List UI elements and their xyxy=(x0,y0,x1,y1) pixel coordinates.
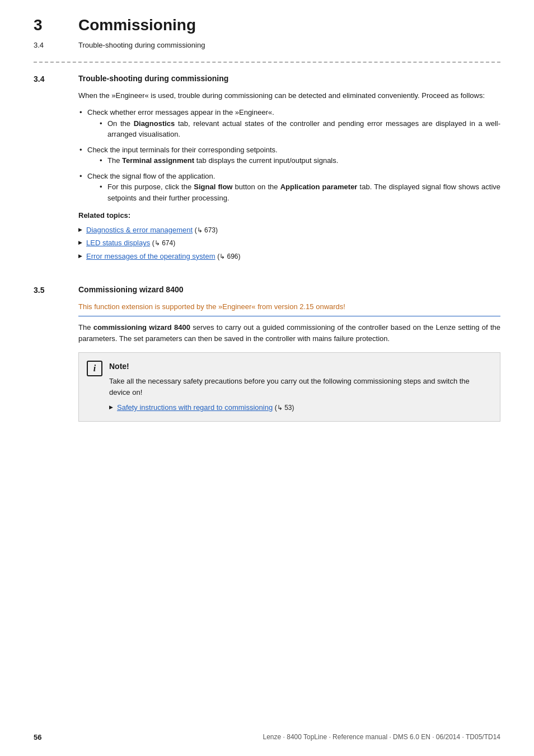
bullet-1: Check whether error messages appear in t… xyxy=(78,107,500,140)
app-parameter-bold: Application parameter xyxy=(280,183,358,191)
related-topics-label: Related topics: xyxy=(78,210,500,221)
section-34-header: 3.4 Trouble-shooting during commissionin… xyxy=(34,73,500,267)
safety-instructions-link[interactable]: Safety instructions with regard to commi… xyxy=(117,403,273,412)
bullet-1-sub-1: On the Diagnostics tab, relevant actual … xyxy=(99,118,500,140)
related-links-list: Diagnostics & error management (↳ 673) L… xyxy=(78,225,500,262)
section-35-body: The commissioning wizard 8400 serves to … xyxy=(78,322,500,344)
version-note: This function extension is supported by … xyxy=(78,301,500,316)
diagnostics-link-ref: (↳ 673) xyxy=(195,226,218,234)
sub-section-number: 3.4 xyxy=(34,40,78,51)
section-34-intro: When the »Engineer« is used, trouble dur… xyxy=(78,90,500,101)
bullet-3-sub-list: For this purpose, click the Signal flow … xyxy=(99,181,500,203)
footer-page-number: 56 xyxy=(34,732,41,743)
main-bullet-list: Check whether error messages appear in t… xyxy=(78,107,500,203)
signal-flow-bold: Signal flow xyxy=(194,183,232,191)
diagnostics-bold: Diagnostics xyxy=(134,119,175,128)
error-messages-link[interactable]: Error messages of the operating system xyxy=(86,252,216,260)
section-35: 3.5 Commissioning wizard 8400 This funct… xyxy=(34,284,500,421)
commissioning-wizard-bold: commissioning wizard 8400 xyxy=(93,323,190,332)
note-link: Safety instructions with regard to commi… xyxy=(109,402,491,413)
sub-section-title: Trouble-shooting during commissioning xyxy=(78,40,205,51)
section-34: 3.4 Trouble-shooting during commissionin… xyxy=(34,73,500,267)
section-35-header: 3.5 Commissioning wizard 8400 This funct… xyxy=(34,284,500,421)
bullet-2-sub-1: The Terminal assignment tab displays the… xyxy=(99,155,500,166)
bullet-3-text: Check the signal flow of the application… xyxy=(87,172,215,180)
section-34-title: Trouble-shooting during commissioning xyxy=(78,73,500,85)
section-34-number: 3.4 xyxy=(34,73,78,85)
section-35-number: 3.5 xyxy=(34,284,78,296)
bullet-3-sub-1: For this purpose, click the Signal flow … xyxy=(99,181,500,203)
page-header: 3 Commissioning xyxy=(34,17,500,34)
bullet-3: Check the signal flow of the application… xyxy=(78,171,500,204)
note-content: Note! Take all the necessary safety prec… xyxy=(109,361,491,413)
bullet-2-sub-list: The Terminal assignment tab displays the… xyxy=(99,155,500,166)
section-35-title: Commissioning wizard 8400 xyxy=(78,284,500,296)
page-footer: 56 Lenze · 8400 TopLine · Reference manu… xyxy=(0,732,534,743)
chapter-title: Commissioning xyxy=(78,17,196,34)
bullet-1-text: Check whether error messages appear in t… xyxy=(87,108,274,116)
chapter-number: 3 xyxy=(34,17,78,34)
bullet-2-text: Check the input terminals for their corr… xyxy=(87,146,278,154)
related-link-2: LED status displays (↳ 674) xyxy=(78,237,500,249)
led-status-link-ref: (↳ 674) xyxy=(152,239,175,247)
bullet-1-sub-list: On the Diagnostics tab, relevant actual … xyxy=(99,118,500,140)
note-body: Take all the necessary safety precaution… xyxy=(109,376,491,398)
error-messages-link-ref: (↳ 696) xyxy=(217,253,240,260)
footer-doc-info: Lenze · 8400 TopLine · Reference manual … xyxy=(263,732,500,742)
diagnostics-link[interactable]: Diagnostics & error management xyxy=(86,226,193,234)
sub-header: 3.4 Trouble-shooting during commissionin… xyxy=(34,40,500,51)
related-link-1: Diagnostics & error management (↳ 673) xyxy=(78,225,500,236)
terminal-assignment-bold: Terminal assignment xyxy=(122,156,194,165)
safety-instructions-link-ref: (↳ 53) xyxy=(275,404,294,412)
note-icon: i xyxy=(87,361,102,376)
related-link-3: Error messages of the operating system (… xyxy=(78,251,500,262)
section-34-content: Trouble-shooting during commissioning Wh… xyxy=(78,73,500,267)
section-divider xyxy=(34,62,500,63)
section-35-content: Commissioning wizard 8400 This function … xyxy=(78,284,500,421)
bullet-2: Check the input terminals for their corr… xyxy=(78,144,500,166)
note-box: i Note! Take all the necessary safety pr… xyxy=(78,352,500,422)
note-title: Note! xyxy=(109,361,491,372)
led-status-link[interactable]: LED status displays xyxy=(86,239,150,247)
